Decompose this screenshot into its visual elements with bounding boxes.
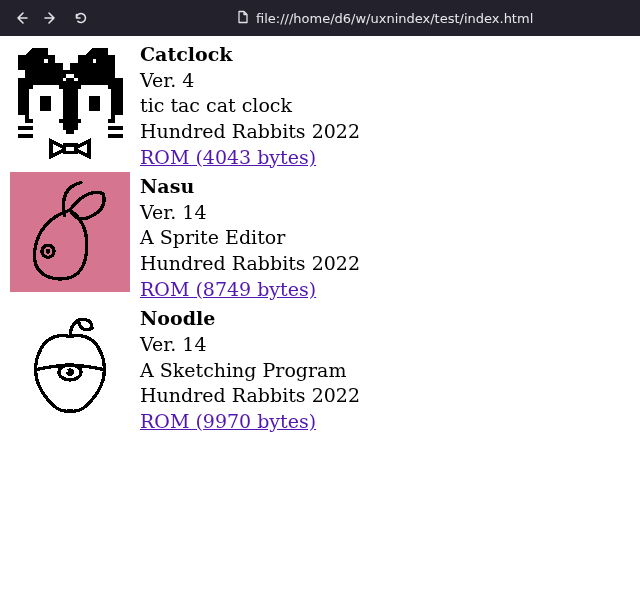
page-content: Catclock Ver. 4 tic tac cat clock Hundre… [0,36,640,435]
svg-rect-16 [66,130,74,134]
app-name: Nasu [140,174,360,200]
rom-link[interactable]: ROM (9970 bytes) [140,410,316,432]
rom-link[interactable]: ROM (4043 bytes) [140,146,316,168]
app-author: Hundred Rabbits 2022 [140,251,360,277]
nav-controls [8,5,94,31]
reload-icon [73,10,89,26]
back-button[interactable] [8,5,34,31]
svg-rect-19 [108,126,123,130]
app-version: Ver. 14 [140,200,360,226]
list-item: Noodle Ver. 14 A Sketching Program Hundr… [10,304,640,434]
list-item: Nasu Ver. 14 A Sprite Editor Hundred Rab… [10,172,640,302]
browser-chrome: file:///home/d6/w/uxnindex/test/index.ht… [0,0,640,36]
app-author: Hundred Rabbits 2022 [140,383,360,409]
svg-rect-15 [63,123,78,131]
arrow-left-icon [13,10,29,26]
app-meta: Noodle Ver. 14 A Sketching Program Hundr… [140,304,360,434]
app-author: Hundred Rabbits 2022 [140,119,360,145]
list-item: Catclock Ver. 4 tic tac cat clock Hundre… [10,40,640,170]
app-name: Catclock [140,42,360,68]
app-icon-catclock [10,40,130,160]
app-version: Ver. 4 [140,68,360,94]
app-desc: A Sprite Editor [140,225,360,251]
reload-button[interactable] [68,5,94,31]
svg-rect-7 [40,96,51,111]
svg-point-23 [46,249,51,254]
app-version: Ver. 14 [140,332,360,358]
forward-button[interactable] [38,5,64,31]
app-desc: A Sketching Program [140,358,360,384]
app-name: Noodle [140,306,360,332]
svg-rect-9 [44,59,48,63]
svg-point-26 [66,370,69,373]
svg-rect-21 [64,145,75,153]
svg-rect-13 [74,78,78,82]
url-text: file:///home/d6/w/uxnindex/test/index.ht… [256,11,533,26]
app-meta: Nasu Ver. 14 A Sprite Editor Hundred Rab… [140,172,360,302]
svg-rect-10 [93,59,97,63]
svg-rect-8 [89,96,100,111]
rom-link[interactable]: ROM (8749 bytes) [140,278,316,300]
svg-rect-11 [66,74,74,78]
svg-rect-12 [63,78,67,82]
svg-rect-17 [18,126,33,130]
app-icon-nasu [10,172,130,292]
file-icon [236,10,250,27]
app-meta: Catclock Ver. 4 tic tac cat clock Hundre… [140,40,360,170]
app-desc: tic tac cat clock [140,93,360,119]
address-bar[interactable]: file:///home/d6/w/uxnindex/test/index.ht… [236,10,533,27]
svg-rect-20 [108,134,123,138]
app-icon-noodle [10,304,130,424]
svg-rect-18 [18,134,33,138]
arrow-right-icon [43,10,59,26]
